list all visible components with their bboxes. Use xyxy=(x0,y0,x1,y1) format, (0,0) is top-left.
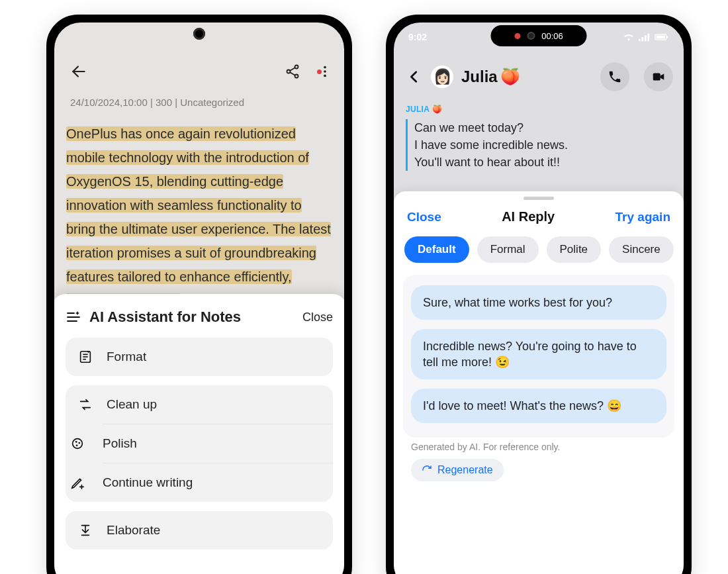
contact-avatar[interactable]: 👩🏻 xyxy=(431,66,453,88)
record-timer: 00:06 xyxy=(541,31,563,41)
svg-rect-32 xyxy=(653,73,660,81)
dynamic-island: 00:06 xyxy=(491,25,587,46)
phone-right: 00:06 9:02 👩🏻 Julia 🍑 xyxy=(386,15,692,574)
option-elaborate[interactable]: Elaborate xyxy=(66,511,333,550)
contact-name[interactable]: Julia 🍑 xyxy=(461,68,586,86)
svg-point-7 xyxy=(324,70,326,73)
svg-rect-25 xyxy=(639,39,641,42)
back-button[interactable] xyxy=(70,53,87,90)
svg-point-16 xyxy=(73,439,83,449)
chip-formal[interactable]: Formal xyxy=(477,236,539,263)
svg-point-18 xyxy=(78,442,80,444)
note-nav-bar xyxy=(54,53,344,90)
svg-point-1 xyxy=(295,66,298,69)
sheet-close-button[interactable]: Close xyxy=(302,311,333,324)
reply-sheet-title: AI Reply xyxy=(502,209,555,224)
chat-back-button[interactable] xyxy=(407,70,422,84)
chevron-left-icon xyxy=(407,70,422,84)
option-label: Polish xyxy=(103,436,137,451)
svg-line-4 xyxy=(290,68,295,71)
side-button xyxy=(386,167,388,204)
side-button xyxy=(689,144,692,204)
svg-point-19 xyxy=(76,444,78,446)
polish-icon xyxy=(70,436,85,451)
option-card-format: Format xyxy=(66,338,333,376)
suggestion-3[interactable]: I'd love to meet! What's the news? 😄 xyxy=(411,389,666,423)
option-polish[interactable]: Polish xyxy=(103,424,333,463)
option-label: Continue writing xyxy=(103,475,193,490)
phone-left: 24/10/2024,10:00 | 300 | Uncategorized O… xyxy=(46,15,352,574)
overflow-menu-button[interactable] xyxy=(318,64,332,79)
chip-default[interactable]: Default xyxy=(404,236,469,263)
share-button[interactable] xyxy=(285,64,300,79)
svg-line-5 xyxy=(290,72,295,75)
battery-icon xyxy=(655,33,669,41)
option-label: Elaborate xyxy=(107,523,160,538)
reply-close-button[interactable]: Close xyxy=(407,210,441,224)
option-format[interactable]: Format xyxy=(66,338,333,376)
svg-rect-30 xyxy=(657,35,666,38)
camera-hole xyxy=(193,28,205,40)
svg-point-3 xyxy=(295,75,298,78)
side-button xyxy=(349,230,352,310)
suggestion-1[interactable]: Sure, what time works best for you? xyxy=(411,285,666,320)
continue-icon xyxy=(70,475,85,490)
regenerate-label: Regenerate xyxy=(437,464,493,476)
incoming-message: JULIA 🍑 Can we meet today? I have some i… xyxy=(406,101,672,171)
option-continue-writing[interactable]: Continue writing xyxy=(103,463,333,502)
signal-icon xyxy=(639,32,651,42)
sheet-grabber[interactable] xyxy=(523,197,554,200)
format-icon xyxy=(78,350,93,364)
option-card-edit: Clean up Polish Continue writing xyxy=(66,385,333,502)
contact-name-emoji: 🍑 xyxy=(500,68,520,86)
option-clean-up[interactable]: Clean up xyxy=(66,385,333,424)
side-button xyxy=(386,98,388,118)
regenerate-button[interactable]: Regenerate xyxy=(411,459,504,481)
option-label: Clean up xyxy=(107,397,157,412)
svg-point-6 xyxy=(324,66,326,69)
option-label: Format xyxy=(107,350,146,364)
camera-lens-icon xyxy=(527,32,535,40)
svg-point-17 xyxy=(75,441,77,443)
cleanup-icon xyxy=(78,397,93,412)
sheet-title-text: AI Assistant for Notes xyxy=(89,309,241,326)
elaborate-icon xyxy=(78,523,93,538)
status-time: 9:02 xyxy=(408,32,427,42)
ai-disclaimer: Generated by AI. For reference only. xyxy=(411,442,666,452)
note-highlighted-text: OnePlus has once again revolutionized mo… xyxy=(66,126,331,308)
suggestions-panel: Sure, what time works best for you? Incr… xyxy=(403,275,674,438)
svg-rect-31 xyxy=(667,36,668,38)
side-button xyxy=(46,144,49,181)
chip-sincere[interactable]: Sincere xyxy=(609,236,674,263)
ai-reply-sheet: Close AI Reply Try again Default Formal … xyxy=(394,191,684,574)
svg-rect-27 xyxy=(645,35,647,41)
notification-dot xyxy=(317,70,322,74)
voice-call-button[interactable] xyxy=(600,62,629,91)
svg-rect-26 xyxy=(642,37,644,41)
side-button xyxy=(386,124,388,161)
chat-header: 👩🏻 Julia 🍑 xyxy=(394,56,684,98)
recording-dot-icon xyxy=(514,33,520,39)
svg-rect-28 xyxy=(648,34,650,42)
ai-assistant-sheet: AI Assistant for Notes Close Format Clea… xyxy=(54,294,344,574)
wifi-icon xyxy=(623,32,635,42)
video-call-button[interactable] xyxy=(644,62,673,91)
side-button xyxy=(46,187,49,247)
tone-chip-row: Default Formal Polite Sincere xyxy=(394,232,684,272)
chip-polite[interactable]: Polite xyxy=(547,236,602,263)
option-card-elaborate: Elaborate xyxy=(66,511,333,550)
message-text[interactable]: Can we meet today? I have some incredibl… xyxy=(406,119,672,171)
back-arrow-icon xyxy=(70,63,87,80)
phone-icon xyxy=(608,70,622,84)
suggestion-2[interactable]: Incredible news? You're going to have to… xyxy=(411,329,666,379)
share-icon xyxy=(285,64,300,79)
contact-name-text: Julia xyxy=(461,68,498,86)
note-meta: 24/10/2024,10:00 | 300 | Uncategorized xyxy=(70,97,244,108)
svg-point-8 xyxy=(324,75,326,77)
refresh-icon xyxy=(422,465,432,475)
video-icon xyxy=(651,70,666,84)
sender-label: JULIA 🍑 xyxy=(406,101,672,118)
reply-try-again-button[interactable]: Try again xyxy=(615,210,670,224)
sheet-title: AI Assistant for Notes xyxy=(66,309,241,326)
svg-point-2 xyxy=(287,70,291,73)
